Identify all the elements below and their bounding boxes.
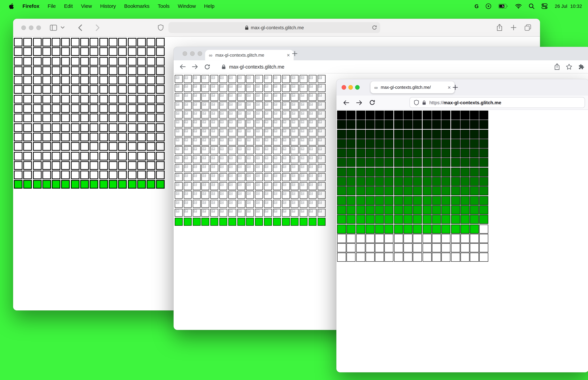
battery-charging-icon[interactable] [498, 4, 508, 9]
address-bar[interactable]: https://max-gl-contexts.glitch.me [410, 97, 585, 108]
grid-cell [246, 84, 254, 92]
grid-cell [404, 243, 413, 252]
close-button[interactable] [342, 85, 346, 90]
minimize-button[interactable] [29, 25, 33, 30]
menu-edit[interactable]: Edit [60, 3, 77, 9]
grid-cell [175, 129, 183, 136]
grid-cell [441, 111, 451, 120]
menu-clock[interactable]: 26 Jul 10:32 [555, 3, 582, 9]
menu-bar-status: G 26 Jul 10:32 [474, 3, 582, 9]
tab-close-icon[interactable]: × [448, 85, 451, 90]
grid-cell [255, 111, 263, 118]
grid-cell [291, 209, 299, 217]
grid-cell [237, 84, 245, 92]
grid-cell [147, 57, 155, 65]
zoom-button[interactable] [355, 85, 360, 90]
minimize-button[interactable] [190, 51, 194, 56]
grid-cell [404, 168, 413, 177]
minimize-button[interactable] [348, 85, 353, 90]
grid-cell [80, 161, 89, 170]
grid-cell [147, 152, 155, 160]
firefox-page-content [336, 110, 588, 372]
grid-cell [71, 38, 79, 47]
menu-window[interactable]: Window [174, 3, 200, 9]
new-tab-icon[interactable] [511, 25, 516, 30]
menu-tools[interactable]: Tools [154, 3, 174, 9]
chevron-down-icon[interactable] [61, 26, 64, 29]
sidebar-toggle-icon[interactable] [50, 24, 57, 30]
grid-cell [460, 243, 469, 252]
browser-tab[interactable]: ∞ max-gl-contexts.glitch.me/ × [371, 81, 455, 93]
control-center-icon[interactable] [542, 3, 548, 9]
grid-cell [80, 180, 89, 189]
search-icon[interactable] [529, 3, 534, 9]
tab-overview-icon[interactable] [525, 24, 531, 31]
grid-cell [347, 253, 356, 262]
grid-cell [237, 209, 245, 217]
grid-cell [109, 76, 117, 85]
new-tab-icon[interactable] [292, 51, 297, 56]
grid-cell [460, 196, 469, 205]
grid-cell [309, 218, 317, 226]
close-button[interactable] [183, 51, 187, 56]
grid-cell [118, 152, 127, 160]
share-icon[interactable] [496, 24, 502, 31]
grid-cell [413, 158, 422, 167]
close-button[interactable] [21, 25, 26, 30]
extensions-puzzle-icon[interactable] [578, 64, 585, 70]
grid-cell [422, 224, 432, 233]
grid-cell [219, 93, 227, 101]
grid-cell [246, 129, 254, 136]
address-bar[interactable]: max-gl-contexts.glitch.me [222, 64, 285, 70]
tab-close-icon[interactable]: × [287, 53, 290, 58]
lock-icon[interactable] [222, 64, 226, 69]
zoom-button[interactable] [37, 25, 41, 30]
back-icon[interactable] [180, 64, 186, 69]
grid-cell [99, 161, 108, 170]
grid-cell [23, 66, 32, 75]
grid-cell [394, 168, 403, 177]
shield-icon[interactable] [158, 24, 164, 31]
back-icon[interactable] [343, 100, 349, 105]
grid-cell [52, 152, 60, 160]
forward-icon[interactable] [96, 24, 100, 31]
wifi-icon[interactable] [515, 4, 522, 9]
reload-icon[interactable] [372, 25, 377, 30]
new-tab-icon[interactable] [453, 85, 458, 90]
grid-cell [291, 120, 299, 127]
safari-address-area: max-gl-contexts.glitch.me [158, 22, 380, 33]
reload-icon[interactable] [204, 64, 210, 70]
menu-bookmarks[interactable]: Bookmarks [120, 3, 154, 9]
google-icon[interactable]: G [474, 3, 479, 9]
grid-cell [282, 102, 290, 110]
grid-cell [384, 215, 394, 224]
play-icon[interactable] [486, 3, 491, 9]
grid-cell [237, 200, 245, 208]
menu-view[interactable]: View [77, 3, 96, 9]
lock-icon[interactable] [422, 100, 426, 105]
browser-tab[interactable]: ∞ max-gl-contexts.glitch.me × [205, 50, 294, 60]
menu-file[interactable]: File [44, 3, 60, 9]
grid-cell [61, 171, 70, 179]
grid-cell [460, 224, 469, 233]
back-icon[interactable] [78, 24, 82, 31]
menu-history[interactable]: History [96, 3, 120, 9]
bookmark-star-icon[interactable] [566, 64, 572, 70]
address-bar[interactable]: max-gl-contexts.glitch.me [169, 22, 380, 33]
shield-icon[interactable] [414, 100, 419, 105]
apple-menu-icon[interactable] [4, 3, 18, 9]
grid-cell [318, 173, 325, 181]
grid-cell [347, 120, 356, 129]
app-menu-firefox[interactable]: Firefox [18, 3, 44, 9]
grid-cell [264, 155, 272, 163]
zoom-button[interactable] [198, 51, 202, 56]
grid-cell [413, 120, 422, 129]
share-icon[interactable] [554, 63, 560, 70]
forward-icon[interactable] [192, 64, 198, 69]
forward-icon[interactable] [356, 100, 362, 105]
menu-help[interactable]: Help [200, 3, 219, 9]
reload-icon[interactable] [369, 100, 375, 105]
grid-cell [404, 253, 413, 262]
grid-cell [479, 149, 489, 157]
grid-cell [137, 66, 146, 75]
